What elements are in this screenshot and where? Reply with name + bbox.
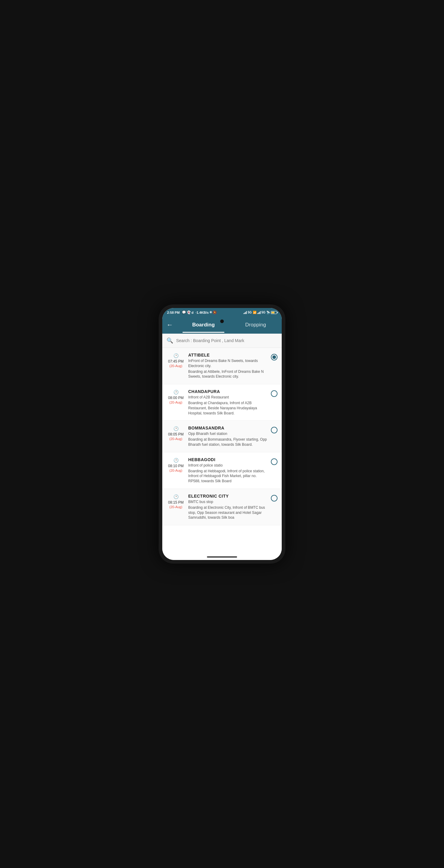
network-type-1: 5G [248, 311, 251, 314]
stop-short-5: BMTC bus stop [188, 499, 268, 504]
battery-icon [271, 311, 277, 314]
boarding-item-4[interactable]: 🕐 08:10 PM (20-Aug) HEBBAGODI Infront of… [162, 453, 282, 489]
boarding-item-2[interactable]: 🕐 08:00 PM (20-Aug) CHANDAPURA Infront o… [162, 384, 282, 421]
date-text-3: (20-Aug) [170, 437, 182, 441]
info-col-4: HEBBAGODI Infront of police statio Board… [188, 457, 268, 484]
radio-col-5[interactable] [271, 494, 277, 501]
signal-bars-2 [257, 311, 261, 314]
stop-full-4: Boarding at Hebbagodi, Infront of police… [188, 469, 268, 484]
stop-short-3: Opp Bharath fuel station [188, 431, 268, 436]
stop-full-3: Boarding at Bommasandra, Flyover startin… [188, 437, 268, 447]
stop-name-1: ATTIBELE [188, 352, 268, 358]
radio-button-3[interactable] [271, 427, 277, 433]
clock-icon-3: 🕐 [173, 426, 179, 431]
status-left: 2:58 PM 💬 👻 d ·1.4KB/s ✳ 🔕 [167, 310, 217, 314]
snap-icon: 👻 [187, 310, 191, 314]
boarding-list: 🕐 07:45 PM (20-Aug) ATTIBELE InFront of … [162, 348, 282, 554]
radio-button-2[interactable] [271, 390, 277, 397]
phone-screen: 2:58 PM 💬 👻 d ·1.4KB/s ✳ 🔕 5G 📶 [162, 308, 282, 560]
date-text-4: (20-Aug) [170, 469, 182, 472]
boarding-item-1[interactable]: 🕐 07:45 PM (20-Aug) ATTIBELE InFront of … [162, 348, 282, 384]
date-text-2: (20-Aug) [170, 401, 182, 404]
d-icon: d [191, 311, 194, 314]
info-col-5: ELECTRONIC CITY BMTC bus stop Boarding a… [188, 494, 268, 520]
clock-icon-1: 🕐 [173, 353, 179, 358]
stop-name-5: ELECTRONIC CITY [188, 494, 268, 498]
radio-col-2[interactable] [271, 389, 277, 397]
msg-icon: 💬 [182, 310, 186, 314]
stop-short-1: InFront of Dreams Bake N Sweets, towards… [188, 358, 268, 369]
network-speed: ·1.4KB/s [196, 311, 208, 314]
radio-button-5[interactable] [271, 495, 277, 501]
info-col-3: BOMMASANDRA Opp Bharath fuel station Boa… [188, 426, 268, 447]
info-col-2: CHANDAPURA Infront of A2B Restaurant Boa… [188, 389, 268, 415]
stop-name-4: HEBBAGODI [188, 457, 268, 462]
clock-icon-2: 🕐 [173, 390, 179, 395]
date-text-5: (20-Aug) [170, 505, 182, 509]
time-text-5: 08:15 PM [168, 500, 183, 504]
wifi-icon-2: 📡 [266, 311, 270, 314]
stop-name-2: CHANDAPURA [188, 389, 268, 394]
stop-full-5: Boarding at Electronic City, Infront of … [188, 505, 268, 520]
search-bar: 🔍 [162, 334, 282, 348]
stop-name-3: BOMMASANDRA [188, 426, 268, 430]
camera-notch [220, 319, 224, 323]
time-col-4: 🕐 08:10 PM (20-Aug) [167, 457, 185, 472]
stop-full-2: Boarding at Chandapura, Infront of A2B R… [188, 401, 268, 415]
search-input[interactable] [176, 338, 277, 343]
status-time: 2:58 PM [167, 311, 180, 314]
radio-col-4[interactable] [271, 457, 277, 465]
network-type-2: 5G [262, 311, 265, 314]
time-col-1: 🕐 07:45 PM (20-Aug) [167, 352, 185, 368]
time-text-1: 07:45 PM [168, 359, 183, 364]
info-col-1: ATTIBELE InFront of Dreams Bake N Sweets… [188, 352, 268, 379]
stop-full-1: Boarding at Attibele, InFront of Dreams … [188, 369, 268, 379]
app-header: ← Boarding Dropping [162, 316, 282, 334]
clock-icon-5: 🕐 [173, 494, 179, 499]
tabs-container: Boarding Dropping [177, 317, 282, 333]
mute-icon: 🔕 [213, 310, 217, 314]
radio-button-4[interactable] [271, 458, 277, 465]
home-indicator [162, 554, 282, 560]
time-text-2: 08:00 PM [168, 396, 183, 400]
status-bar: 2:58 PM 💬 👻 d ·1.4KB/s ✳ 🔕 5G 📶 [162, 308, 282, 316]
time-col-3: 🕐 08:05 PM (20-Aug) [167, 426, 185, 441]
signal-bars-1 [243, 311, 247, 314]
boarding-item-5[interactable]: 🕐 08:15 PM (20-Aug) ELECTRONIC CITY BMTC… [162, 489, 282, 525]
status-right: 5G 📶 5G 📡 [243, 311, 277, 314]
search-icon: 🔍 [167, 337, 173, 344]
wifi-icon: 📶 [253, 311, 256, 314]
radio-button-1[interactable] [271, 354, 277, 361]
time-col-5: 🕐 08:15 PM (20-Aug) [167, 494, 185, 509]
date-text-1: (20-Aug) [170, 364, 182, 368]
clock-icon-4: 🕐 [173, 458, 179, 463]
time-text-3: 08:05 PM [168, 432, 183, 436]
tab-dropping[interactable]: Dropping [230, 317, 282, 333]
home-bar [207, 556, 237, 558]
stop-short-4: Infront of police statio [188, 463, 268, 468]
back-button[interactable]: ← [162, 316, 177, 334]
radio-col-3[interactable] [271, 426, 277, 433]
time-text-4: 08:10 PM [168, 464, 183, 468]
boarding-item-3[interactable]: 🕐 08:05 PM (20-Aug) BOMMASANDRA Opp Bhar… [162, 421, 282, 452]
battery-fill [271, 312, 274, 313]
stop-short-2: Infront of A2B Restaurant [188, 395, 268, 400]
time-col-2: 🕐 08:00 PM (20-Aug) [167, 389, 185, 404]
radio-col-1[interactable] [271, 352, 277, 361]
phone-frame: 2:58 PM 💬 👻 d ·1.4KB/s ✳ 🔕 5G 📶 [159, 304, 285, 564]
bluetooth-icon: ✳ [209, 310, 212, 314]
